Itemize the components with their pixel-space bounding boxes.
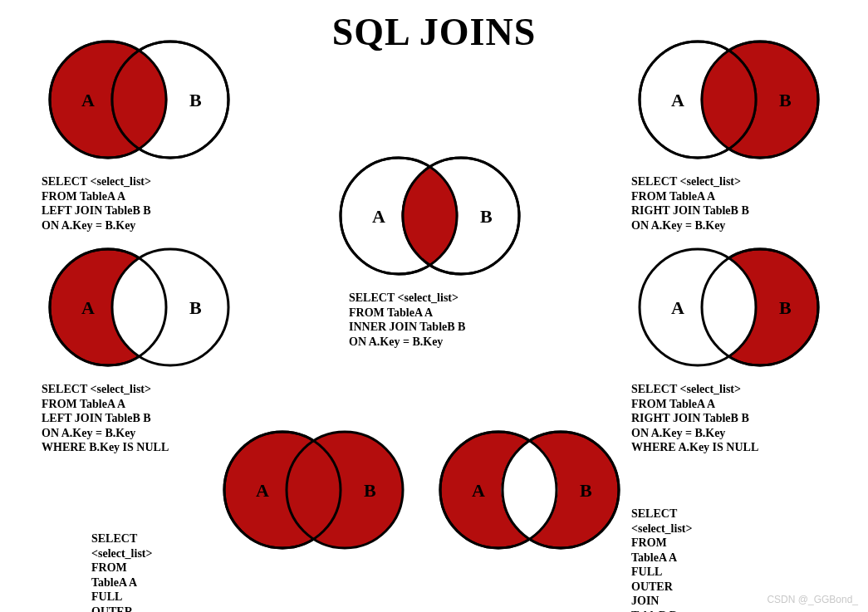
- label-a: A: [256, 480, 269, 501]
- label-b: B: [189, 297, 202, 318]
- label-b: B: [189, 90, 202, 110]
- venn-inner-join: A B: [332, 149, 523, 282]
- label-b: B: [580, 480, 592, 501]
- venn-right-join: A B: [631, 33, 822, 166]
- label-a: A: [671, 90, 684, 110]
- sql-right-excl-join: SELECT <select_list>FROM TableA ARIGHT J…: [631, 382, 822, 455]
- label-b: B: [364, 480, 376, 501]
- label-a: A: [472, 480, 485, 501]
- page-title: SQL JOINS: [332, 10, 537, 54]
- sql-inner-join: SELECT <select_list>FROM TableA AINNER J…: [349, 291, 523, 349]
- sql-right-join: SELECT <select_list>FROM TableA ARIGHT J…: [631, 174, 822, 233]
- svg-point-16: [640, 249, 756, 365]
- label-a: A: [81, 297, 95, 318]
- svg-point-19: [287, 432, 403, 548]
- sql-left-excl-join: SELECT <select_list>FROM TableA ALEFT JO…: [42, 382, 233, 455]
- sql-full-excl-join: SELECT <select_list>FROM TableA AFULL OU…: [631, 507, 692, 612]
- diagram-left-join: A B SELECT <select_list>FROM TableA ALEF…: [42, 33, 233, 233]
- sql-left-join: SELECT <select_list>FROM TableA ALEFT JO…: [42, 174, 233, 233]
- venn-left-excl-join: A B: [42, 241, 233, 374]
- diagram-left-excl-join: A B SELECT <select_list>FROM TableA ALEF…: [42, 241, 233, 455]
- watermark: CSDN @_GGBond_: [767, 594, 858, 605]
- venn-right-excl-join: A B: [631, 241, 822, 374]
- venn-full-excl-join: A B: [432, 424, 623, 556]
- label-b: B: [480, 206, 493, 227]
- diagram-right-join: A B SELECT <select_list>FROM TableA ARIG…: [631, 33, 822, 233]
- label-b: B: [779, 90, 792, 110]
- venn-full-join: A B: [216, 424, 407, 556]
- label-b: B: [779, 297, 792, 318]
- label-a: A: [372, 206, 385, 227]
- diagram-right-excl-join: A B SELECT <select_list>FROM TableA ARIG…: [631, 241, 822, 455]
- label-a: A: [671, 297, 684, 318]
- svg-point-13: [112, 249, 228, 365]
- diagram-inner-join: A B SELECT <select_list>FROM TableA AINN…: [332, 149, 523, 349]
- label-a: A: [81, 90, 95, 110]
- sql-full-join: SELECT <select_list>FROM TableA AFULL OU…: [91, 531, 152, 612]
- venn-left-join: A B: [42, 33, 233, 166]
